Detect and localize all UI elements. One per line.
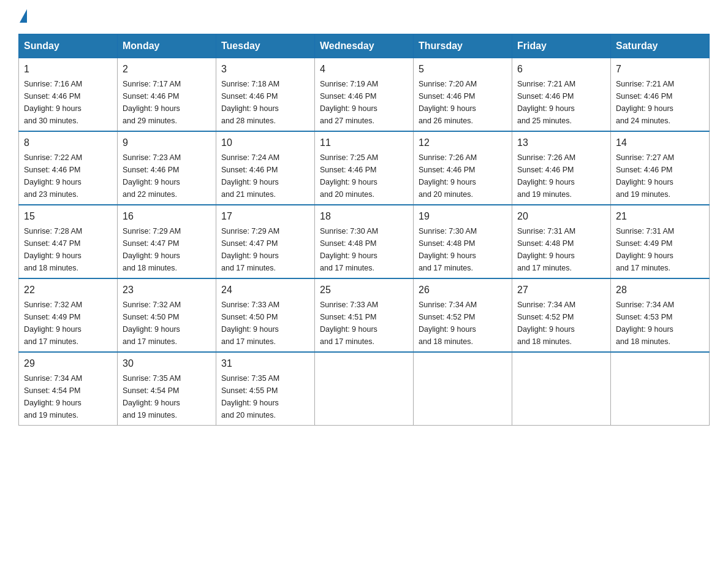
day-info: Sunrise: 7:30 AMSunset: 4:48 PMDaylight:… [320, 225, 408, 274]
calendar-cell: 19Sunrise: 7:30 AMSunset: 4:48 PMDayligh… [414, 205, 512, 278]
day-number: 11 [320, 136, 408, 150]
day-info: Sunrise: 7:33 AMSunset: 4:50 PMDaylight:… [221, 299, 309, 348]
calendar-cell: 27Sunrise: 7:34 AMSunset: 4:52 PMDayligh… [512, 278, 611, 352]
calendar-cell: 10Sunrise: 7:24 AMSunset: 4:46 PMDayligh… [216, 131, 315, 205]
calendar-cell: 21Sunrise: 7:31 AMSunset: 4:49 PMDayligh… [611, 205, 710, 278]
calendar-cell: 30Sunrise: 7:35 AMSunset: 4:54 PMDayligh… [118, 352, 216, 426]
logo [18, 12, 27, 21]
calendar-cell: 23Sunrise: 7:32 AMSunset: 4:50 PMDayligh… [118, 278, 216, 352]
day-info: Sunrise: 7:18 AMSunset: 4:46 PMDaylight:… [221, 78, 309, 127]
day-info: Sunrise: 7:31 AMSunset: 4:48 PMDaylight:… [517, 225, 605, 274]
day-info: Sunrise: 7:26 AMSunset: 4:46 PMDaylight:… [419, 151, 507, 201]
logo-triangle-icon [20, 9, 27, 23]
calendar-cell: 12Sunrise: 7:26 AMSunset: 4:46 PMDayligh… [414, 131, 512, 205]
day-info: Sunrise: 7:26 AMSunset: 4:46 PMDaylight:… [517, 151, 605, 201]
day-number: 5 [419, 62, 507, 77]
calendar-cell: 15Sunrise: 7:28 AMSunset: 4:47 PMDayligh… [19, 205, 118, 278]
calendar-cell: 4Sunrise: 7:19 AMSunset: 4:46 PMDaylight… [315, 58, 414, 132]
day-number: 4 [320, 62, 408, 77]
calendar-cell: 16Sunrise: 7:29 AMSunset: 4:47 PMDayligh… [118, 205, 216, 278]
day-number: 22 [24, 283, 112, 297]
day-info: Sunrise: 7:16 AMSunset: 4:46 PMDaylight:… [24, 78, 112, 127]
day-number: 25 [320, 283, 408, 297]
calendar-week-row: 15Sunrise: 7:28 AMSunset: 4:47 PMDayligh… [19, 205, 710, 278]
calendar-cell: 7Sunrise: 7:21 AMSunset: 4:46 PMDaylight… [611, 58, 710, 132]
calendar-cell: 9Sunrise: 7:23 AMSunset: 4:46 PMDaylight… [118, 131, 216, 205]
day-number: 10 [221, 136, 309, 150]
calendar-header-row: SundayMondayTuesdayWednesdayThursdayFrid… [19, 34, 710, 58]
calendar-cell: 29Sunrise: 7:34 AMSunset: 4:54 PMDayligh… [19, 352, 118, 426]
calendar-cell: 1Sunrise: 7:16 AMSunset: 4:46 PMDaylight… [19, 58, 118, 132]
day-number: 1 [24, 62, 112, 77]
day-header-monday: Monday [118, 34, 216, 58]
day-info: Sunrise: 7:34 AMSunset: 4:54 PMDaylight:… [24, 372, 112, 421]
calendar-cell: 2Sunrise: 7:17 AMSunset: 4:46 PMDaylight… [118, 58, 216, 132]
calendar-cell: 26Sunrise: 7:34 AMSunset: 4:52 PMDayligh… [414, 278, 512, 352]
day-info: Sunrise: 7:29 AMSunset: 4:47 PMDaylight:… [123, 225, 211, 274]
day-number: 26 [419, 283, 507, 297]
day-info: Sunrise: 7:19 AMSunset: 4:46 PMDaylight:… [320, 78, 408, 127]
calendar-week-row: 8Sunrise: 7:22 AMSunset: 4:46 PMDaylight… [19, 131, 710, 205]
day-info: Sunrise: 7:34 AMSunset: 4:53 PMDaylight:… [616, 299, 704, 348]
calendar-cell: 8Sunrise: 7:22 AMSunset: 4:46 PMDaylight… [19, 131, 118, 205]
day-number: 19 [419, 209, 507, 224]
day-header-sunday: Sunday [19, 34, 118, 58]
day-number: 30 [123, 356, 211, 371]
calendar-cell: 24Sunrise: 7:33 AMSunset: 4:50 PMDayligh… [216, 278, 315, 352]
day-number: 9 [123, 136, 211, 150]
calendar-cell: 28Sunrise: 7:34 AMSunset: 4:53 PMDayligh… [611, 278, 710, 352]
day-info: Sunrise: 7:33 AMSunset: 4:51 PMDaylight:… [320, 299, 408, 348]
day-header-wednesday: Wednesday [315, 34, 414, 58]
day-number: 7 [616, 62, 704, 77]
calendar-cell: 31Sunrise: 7:35 AMSunset: 4:55 PMDayligh… [216, 352, 315, 426]
calendar-cell: 13Sunrise: 7:26 AMSunset: 4:46 PMDayligh… [512, 131, 611, 205]
page-header [18, 12, 710, 21]
calendar-cell: 3Sunrise: 7:18 AMSunset: 4:46 PMDaylight… [216, 58, 315, 132]
calendar-week-row: 1Sunrise: 7:16 AMSunset: 4:46 PMDaylight… [19, 58, 710, 132]
day-number: 16 [123, 209, 211, 224]
day-number: 23 [123, 283, 211, 297]
day-number: 12 [419, 136, 507, 150]
calendar-cell [414, 352, 512, 426]
day-info: Sunrise: 7:22 AMSunset: 4:46 PMDaylight:… [24, 151, 112, 201]
calendar-cell: 6Sunrise: 7:21 AMSunset: 4:46 PMDaylight… [512, 58, 611, 132]
day-header-tuesday: Tuesday [216, 34, 315, 58]
calendar-cell [512, 352, 611, 426]
day-info: Sunrise: 7:31 AMSunset: 4:49 PMDaylight:… [616, 225, 704, 274]
day-number: 3 [221, 62, 309, 77]
day-number: 24 [221, 283, 309, 297]
day-number: 28 [616, 283, 704, 297]
day-number: 14 [616, 136, 704, 150]
day-info: Sunrise: 7:20 AMSunset: 4:46 PMDaylight:… [419, 78, 507, 127]
calendar-cell: 25Sunrise: 7:33 AMSunset: 4:51 PMDayligh… [315, 278, 414, 352]
calendar-cell: 14Sunrise: 7:27 AMSunset: 4:46 PMDayligh… [611, 131, 710, 205]
day-header-thursday: Thursday [414, 34, 512, 58]
calendar-cell: 11Sunrise: 7:25 AMSunset: 4:46 PMDayligh… [315, 131, 414, 205]
day-number: 29 [24, 356, 112, 371]
day-info: Sunrise: 7:35 AMSunset: 4:54 PMDaylight:… [123, 372, 211, 421]
day-info: Sunrise: 7:24 AMSunset: 4:46 PMDaylight:… [221, 151, 309, 201]
day-number: 27 [517, 283, 605, 297]
day-info: Sunrise: 7:32 AMSunset: 4:50 PMDaylight:… [123, 299, 211, 348]
day-number: 13 [517, 136, 605, 150]
day-number: 15 [24, 209, 112, 224]
day-info: Sunrise: 7:25 AMSunset: 4:46 PMDaylight:… [320, 151, 408, 201]
day-info: Sunrise: 7:21 AMSunset: 4:46 PMDaylight:… [517, 78, 605, 127]
day-number: 17 [221, 209, 309, 224]
logo-text [18, 12, 27, 23]
calendar-cell [611, 352, 710, 426]
day-info: Sunrise: 7:27 AMSunset: 4:46 PMDaylight:… [616, 151, 704, 201]
day-info: Sunrise: 7:29 AMSunset: 4:47 PMDaylight:… [221, 225, 309, 274]
day-info: Sunrise: 7:28 AMSunset: 4:47 PMDaylight:… [24, 225, 112, 274]
day-number: 6 [517, 62, 605, 77]
calendar-cell: 20Sunrise: 7:31 AMSunset: 4:48 PMDayligh… [512, 205, 611, 278]
calendar-week-row: 22Sunrise: 7:32 AMSunset: 4:49 PMDayligh… [19, 278, 710, 352]
day-number: 8 [24, 136, 112, 150]
day-info: Sunrise: 7:17 AMSunset: 4:46 PMDaylight:… [123, 78, 211, 127]
day-info: Sunrise: 7:35 AMSunset: 4:55 PMDaylight:… [221, 372, 309, 421]
day-number: 31 [221, 356, 309, 371]
day-info: Sunrise: 7:30 AMSunset: 4:48 PMDaylight:… [419, 225, 507, 274]
calendar-cell: 17Sunrise: 7:29 AMSunset: 4:47 PMDayligh… [216, 205, 315, 278]
day-number: 2 [123, 62, 211, 77]
day-info: Sunrise: 7:23 AMSunset: 4:46 PMDaylight:… [123, 151, 211, 201]
